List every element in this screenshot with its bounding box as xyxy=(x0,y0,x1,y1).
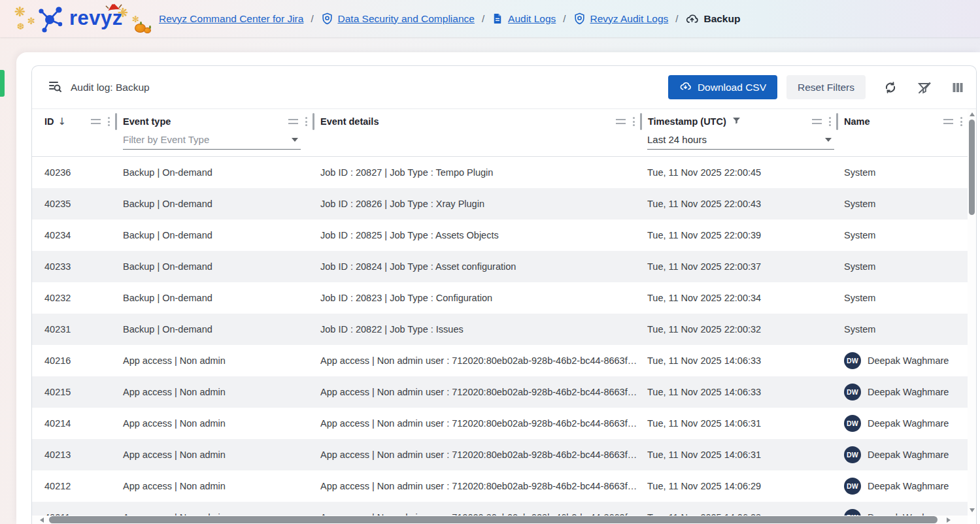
toolbar-actions: Download CSV Reset Filters xyxy=(668,75,966,99)
row-event-details: Job ID : 20822 | Job Type : Issues xyxy=(320,324,464,335)
event-type-filter-select[interactable]: Filter by Event Type xyxy=(123,134,301,150)
filter-active-icon[interactable] xyxy=(732,116,741,128)
chevron-down-icon xyxy=(825,138,832,142)
column-drag-handle-icon[interactable] xyxy=(812,119,822,124)
row-event-type: Backup | On-demand xyxy=(123,261,212,272)
table-row[interactable]: 40214 App access | Non admin App access … xyxy=(32,408,968,439)
row-user-name: System xyxy=(844,167,875,178)
row-id: 40213 xyxy=(44,450,71,460)
column-drag-handle-icon[interactable] xyxy=(616,119,626,124)
vertical-scrollbar-thumb[interactable] xyxy=(969,120,975,215)
row-user-name: System xyxy=(844,293,875,303)
row-timestamp: Tue, 11 Nov 2025 14:06:29 xyxy=(647,481,761,491)
table-row[interactable]: 40235 Backup | On-demand Job ID : 20826 … xyxy=(32,188,968,220)
row-id: 40231 xyxy=(44,324,71,335)
table-row[interactable]: 40232 Backup | On-demand Job ID : 20823 … xyxy=(32,282,968,314)
breadcrumb-item-revyz-audit-logs[interactable]: Revyz Audit Logs xyxy=(573,12,669,25)
column-drag-handle-icon[interactable] xyxy=(288,119,298,124)
horizontal-scrollbar[interactable] xyxy=(32,516,968,524)
cloud-upload-icon xyxy=(685,12,699,25)
chevron-down-icon xyxy=(292,138,298,142)
table-row[interactable]: 40215 App access | Non admin App access … xyxy=(32,376,968,408)
row-event-type: Backup | On-demand xyxy=(123,293,212,303)
row-timestamp: Tue, 11 Nov 2025 22:00:43 xyxy=(647,199,761,209)
document-icon xyxy=(492,12,503,25)
row-user-name: System xyxy=(844,261,875,272)
breadcrumb-separator: / xyxy=(482,13,484,24)
download-csv-button[interactable]: Download CSV xyxy=(668,75,777,99)
table-header-row: ID ↓ Event type Event details xyxy=(32,109,968,133)
row-user-name: System xyxy=(844,199,875,209)
avatar: DW xyxy=(844,384,861,401)
scroll-right-icon[interactable] xyxy=(947,517,951,523)
avatar: DW xyxy=(844,446,861,463)
filter-off-icon[interactable] xyxy=(915,78,934,97)
avatar: DW xyxy=(844,478,861,495)
table-row[interactable]: 40233 Backup | On-demand Job ID : 20824 … xyxy=(32,251,968,282)
breadcrumb-item-backup: Backup xyxy=(685,12,740,25)
avatar: DW xyxy=(844,415,861,432)
row-timestamp: Tue, 11 Nov 2025 14:06:31 xyxy=(647,450,761,460)
table-row[interactable]: 40231 Backup | On-demand Job ID : 20822 … xyxy=(32,314,968,345)
refresh-icon[interactable] xyxy=(882,79,899,96)
column-header-name[interactable]: Name xyxy=(836,110,968,133)
row-event-details: Job ID : 20824 | Job Type : Asset config… xyxy=(320,261,516,272)
sort-desc-icon[interactable]: ↓ xyxy=(58,116,67,127)
scroll-down-icon[interactable] xyxy=(970,508,975,512)
column-menu-icon[interactable] xyxy=(633,117,635,126)
scroll-up-icon[interactable] xyxy=(970,112,975,116)
row-timestamp: Tue, 11 Nov 2025 22:00:32 xyxy=(647,324,761,335)
column-header-timestamp[interactable]: Timestamp (UTC) xyxy=(640,110,836,133)
row-event-details: Job ID : 20823 | Job Type : Configuratio… xyxy=(320,293,492,303)
row-event-type: App access | Non admin xyxy=(123,355,226,366)
column-drag-handle-icon[interactable] xyxy=(943,119,953,124)
column-menu-icon[interactable] xyxy=(960,117,962,126)
table-row[interactable]: 40212 App access | Non admin App access … xyxy=(32,470,968,502)
column-menu-icon[interactable] xyxy=(108,117,110,126)
breadcrumb-separator: / xyxy=(311,13,313,24)
row-timestamp: Tue, 11 Nov 2025 14:06:33 xyxy=(647,387,761,397)
row-id: 40234 xyxy=(44,230,71,240)
columns-icon[interactable] xyxy=(950,80,966,95)
audit-log-table-card: Audit log: Backup Download CSV Reset Fil… xyxy=(31,65,977,524)
row-id: 40214 xyxy=(44,418,71,429)
vertical-scrollbar[interactable] xyxy=(968,109,976,516)
sparkle-icon: ✻ xyxy=(132,14,139,24)
row-event-details: Job ID : 20826 | Job Type : Xray Plugin xyxy=(320,199,484,209)
row-event-type: App access | Non admin xyxy=(123,450,226,460)
column-drag-handle-icon[interactable] xyxy=(91,119,101,124)
breadcrumb-item-data-security[interactable]: Data Security and Compliance xyxy=(321,12,475,25)
column-menu-icon[interactable] xyxy=(829,117,831,126)
row-event-type: Backup | On-demand xyxy=(123,230,212,240)
row-id: 40235 xyxy=(44,199,71,209)
scroll-left-icon[interactable] xyxy=(40,517,44,523)
sparkle-icon: ❆ xyxy=(17,22,24,31)
reset-filters-button[interactable]: Reset Filters xyxy=(786,75,866,99)
column-header-event-type[interactable]: Event type xyxy=(115,110,313,133)
row-user-name: System xyxy=(844,324,875,335)
breadcrumb-item-command-center[interactable]: Revyz Command Center for Jira xyxy=(159,13,303,25)
breadcrumb-separator: / xyxy=(563,13,566,24)
molecule-icon xyxy=(35,4,65,34)
row-timestamp: Tue, 11 Nov 2025 22:00:34 xyxy=(647,293,761,303)
row-timestamp: Tue, 11 Nov 2025 22:00:45 xyxy=(647,167,761,178)
breadcrumb-item-audit-logs[interactable]: Audit Logs xyxy=(492,12,556,25)
column-menu-icon[interactable] xyxy=(305,117,307,126)
table-row[interactable]: 40234 Backup | On-demand Job ID : 20825 … xyxy=(32,220,968,251)
table-toolbar: Audit log: Backup Download CSV Reset Fil… xyxy=(32,66,976,109)
row-id: 40216 xyxy=(44,355,71,366)
row-user-name: Deepak Waghmare xyxy=(868,450,949,460)
revyz-logo[interactable]: ❋ ✼ ❆ ❋ ✻ revyz xyxy=(13,0,154,37)
table-title-group: Audit log: Backup xyxy=(48,79,150,96)
column-header-id[interactable]: ID ↓ xyxy=(32,110,115,133)
horizontal-scrollbar-thumb[interactable] xyxy=(49,516,938,523)
row-user-name: Deepak Waghmare xyxy=(868,387,949,397)
column-header-event-details[interactable]: Event details xyxy=(313,110,640,133)
table-row[interactable]: 40236 Backup | On-demand Job ID : 20827 … xyxy=(32,157,968,188)
santa-hat-icon xyxy=(104,1,124,14)
pumpkin-icon xyxy=(144,27,151,33)
table-row[interactable]: 40213 App access | Non admin App access … xyxy=(32,439,968,470)
list-search-icon xyxy=(48,79,62,96)
table-row[interactable]: 40216 App access | Non admin App access … xyxy=(32,345,968,376)
timestamp-filter-select[interactable]: Last 24 hours xyxy=(647,134,834,150)
